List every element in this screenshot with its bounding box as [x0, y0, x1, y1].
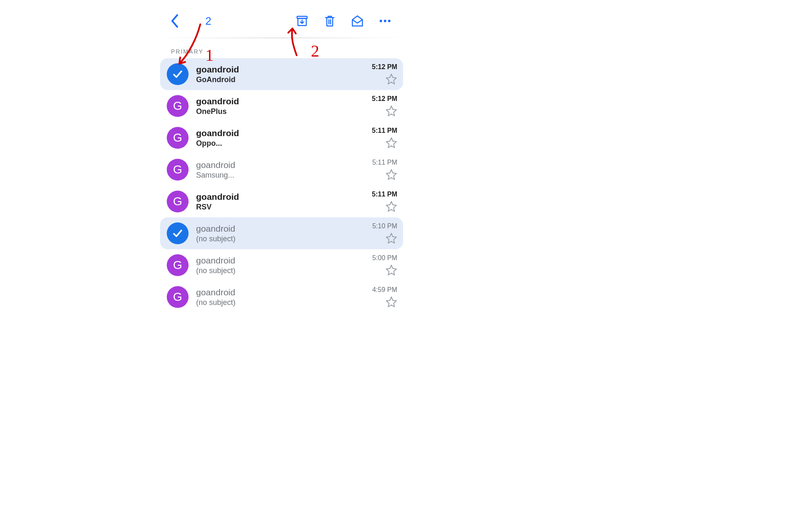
star-outline-icon	[385, 264, 397, 276]
email-time: 4:59 PM	[372, 286, 397, 294]
email-body: goandroidGoAndroid	[196, 65, 356, 84]
email-sender: goandroid	[196, 128, 356, 138]
email-body: goandroid(no subject)	[196, 224, 356, 243]
archive-icon	[296, 15, 308, 27]
email-time: 5:10 PM	[372, 222, 397, 230]
email-list: goandroidGoAndroid5:12 PMGgoandroidOnePl…	[160, 58, 403, 313]
star-outline-icon	[385, 169, 397, 181]
email-row[interactable]: GgoandroidSamsung...5:11 PM	[160, 154, 403, 186]
email-row[interactable]: GgoandroidRSV5:11 PM	[160, 186, 403, 217]
email-row[interactable]: goandroid(no subject)5:10 PM	[160, 217, 403, 249]
back-button[interactable]	[164, 10, 185, 31]
star-button[interactable]	[385, 73, 397, 85]
avatar-letter: G	[173, 131, 182, 145]
annotation-arrows	[0, 0, 812, 532]
email-subject: OnePlus	[196, 107, 356, 116]
gmail-inbox: 2	[160, 4, 403, 313]
star-button[interactable]	[385, 264, 397, 276]
email-meta: 5:12 PM	[364, 63, 397, 85]
email-time: 5:11 PM	[372, 191, 397, 198]
email-meta: 5:11 PM	[364, 127, 397, 149]
email-meta: 5:10 PM	[364, 222, 397, 244]
selection-toolbar: 2	[160, 4, 403, 38]
email-row[interactable]: GgoandroidOppo...5:11 PM	[160, 122, 403, 154]
sender-avatar[interactable]: G	[167, 254, 189, 276]
email-subject: (no subject)	[196, 266, 356, 275]
star-outline-icon	[385, 201, 397, 212]
sender-avatar[interactable]: G	[167, 191, 189, 212]
email-sender: goandroid	[196, 256, 356, 266]
delete-button[interactable]	[316, 10, 344, 31]
email-row[interactable]: goandroidGoAndroid5:12 PM	[160, 58, 403, 90]
email-subject: GoAndroid	[196, 75, 356, 84]
email-body: goandroidOnePlus	[196, 96, 356, 116]
more-button[interactable]	[371, 10, 399, 31]
star-outline-icon	[385, 296, 397, 308]
avatar-letter: G	[173, 290, 182, 304]
email-meta: 5:12 PM	[364, 95, 397, 117]
star-button[interactable]	[385, 137, 397, 149]
selected-check-avatar[interactable]	[167, 63, 189, 85]
email-body: goandroid(no subject)	[196, 256, 356, 275]
avatar-letter: G	[173, 195, 182, 208]
archive-button[interactable]	[288, 10, 316, 31]
sender-avatar[interactable]: G	[167, 286, 189, 308]
star-outline-icon	[385, 105, 397, 117]
svg-point-4	[388, 20, 390, 22]
email-time: 5:00 PM	[372, 254, 397, 262]
email-sender: goandroid	[196, 224, 356, 234]
svg-point-3	[384, 20, 386, 22]
email-sender: goandroid	[196, 160, 356, 170]
email-body: goandroidOppo...	[196, 128, 356, 148]
annotation-layer: 1 2	[0, 0, 812, 532]
avatar-letter: G	[173, 163, 182, 176]
chevron-left-icon	[171, 14, 179, 28]
star-button[interactable]	[385, 105, 397, 117]
email-sender: goandroid	[196, 287, 356, 297]
email-body: goandroid(no subject)	[196, 287, 356, 307]
email-row[interactable]: Ggoandroid(no subject)5:00 PM	[160, 249, 403, 281]
star-button[interactable]	[385, 201, 397, 212]
email-time: 5:12 PM	[372, 95, 397, 103]
mark-read-button[interactable]	[344, 10, 371, 31]
email-subject: (no subject)	[196, 298, 356, 307]
sender-avatar[interactable]: G	[167, 159, 189, 181]
mail-open-icon	[351, 15, 364, 27]
email-meta: 5:11 PM	[364, 159, 397, 181]
selected-check-avatar[interactable]	[167, 222, 189, 244]
section-label: PRIMARY	[160, 38, 403, 58]
avatar-letter: G	[173, 99, 182, 113]
star-button[interactable]	[385, 296, 397, 308]
star-button[interactable]	[385, 232, 397, 244]
email-body: goandroidSamsung...	[196, 160, 356, 180]
email-time: 5:12 PM	[372, 63, 397, 71]
star-outline-icon	[385, 137, 397, 149]
email-sender: goandroid	[196, 65, 356, 75]
sender-avatar[interactable]: G	[167, 127, 189, 149]
email-row[interactable]: Ggoandroid(no subject)4:59 PM	[160, 281, 403, 313]
avatar-letter: G	[173, 258, 182, 272]
selection-count: 2	[185, 15, 211, 28]
email-time: 5:11 PM	[372, 127, 397, 134]
email-meta: 4:59 PM	[364, 286, 397, 308]
email-meta: 5:00 PM	[364, 254, 397, 276]
more-horizontal-icon	[379, 19, 391, 23]
email-subject: Oppo...	[196, 139, 356, 148]
email-sender: goandroid	[196, 192, 356, 202]
check-icon	[171, 68, 184, 80]
email-row[interactable]: GgoandroidOnePlus5:12 PM	[160, 90, 403, 122]
email-subject: Samsung...	[196, 171, 356, 180]
sender-avatar[interactable]: G	[167, 95, 189, 117]
star-outline-icon	[385, 73, 397, 85]
email-time: 5:11 PM	[372, 159, 397, 166]
email-body: goandroidRSV	[196, 192, 356, 212]
email-subject: RSV	[196, 203, 356, 212]
email-meta: 5:11 PM	[364, 191, 397, 212]
trash-icon	[324, 15, 336, 27]
email-subject: (no subject)	[196, 235, 356, 243]
svg-point-2	[380, 20, 382, 22]
star-outline-icon	[385, 232, 397, 244]
check-icon	[171, 227, 184, 240]
email-sender: goandroid	[196, 96, 356, 106]
star-button[interactable]	[385, 169, 397, 181]
